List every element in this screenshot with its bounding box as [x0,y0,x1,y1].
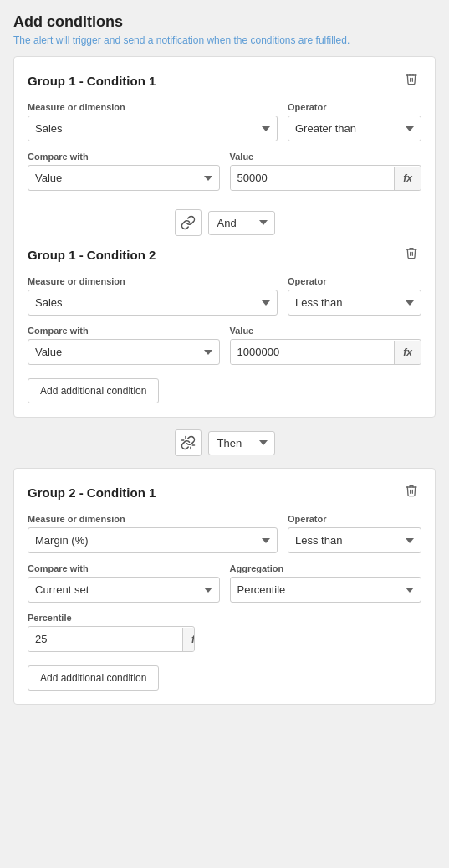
group1-condition1-title: Group 1 - Condition 1 [28,74,156,88]
group1-cond2-measure-select[interactable]: Sales [28,290,278,316]
group1-cond1-compare-label: Compare with [28,152,220,162]
group2-cond1-percentile-wrap: fx [28,626,195,652]
group2-cond1-aggregation-group: Aggregation Percentile Average Sum [230,563,422,603]
group1-cond1-measure-select[interactable]: Sales [28,116,278,141]
group2-cond1-aggregation-label: Aggregation [230,563,422,573]
group1-cond2-compare-group: Compare with Value [28,326,220,365]
group2-cond1-percentile-input[interactable] [28,627,182,651]
group1-cond1-value-group: Value fx [230,152,422,191]
group1-cond2-operator-select[interactable]: Greater than Less than Equal to [288,290,421,316]
group2-cond1-measure-group: Measure or dimension Margin (%) [28,514,278,553]
group1-cond2-value-input[interactable] [231,340,395,364]
between-groups-select[interactable]: And Or Then [208,431,275,455]
group1-cond2-measure-label: Measure or dimension [28,276,278,286]
group2-cond1-fx-button[interactable]: fx [182,628,195,651]
group1-cond2-operator-group: Operator Greater than Less than Equal to [288,276,421,316]
group1-cond2-row1: Measure or dimension Sales Operator Grea… [28,276,421,316]
page-title: Add conditions [13,13,436,31]
group1-card: Group 1 - Condition 1 Measure or dimensi… [13,56,436,418]
group2-cond1-operator-select[interactable]: Greater than Less than Equal to [288,527,421,553]
group1-cond2-value-group: Value fx [230,326,422,365]
group1-cond2-compare-label: Compare with [28,326,220,336]
group1-condition2-header: Group 1 - Condition 2 [28,244,421,265]
group1-cond1-compare-group: Compare with Value [28,152,220,191]
group1-cond2-value-label: Value [230,326,422,336]
group1-cond2-compare-select[interactable]: Value [28,339,220,365]
group2-card: Group 2 - Condition 1 Measure or dimensi… [13,468,436,705]
group1-cond1-operator-group: Operator Greater than Less than Equal to [288,102,421,141]
group1-cond1-fx-button[interactable]: fx [394,167,421,190]
group1-cond1-measure-group: Measure or dimension Sales [28,102,278,141]
group1-cond1-operator-select[interactable]: Greater than Less than Equal to [288,116,421,141]
group2-condition1-header: Group 2 - Condition 1 [28,482,421,502]
group2-cond1-row3: Percentile fx [28,613,421,652]
group1-cond1-value-label: Value [230,152,422,162]
group1-connector-row: And Or [28,201,421,244]
group2-add-condition-button[interactable]: Add additional condition [28,665,159,691]
group1-cond1-measure-label: Measure or dimension [28,102,278,112]
group2-cond1-percentile-group: Percentile fx [28,613,195,652]
group1-cond2-fx-button[interactable]: fx [394,341,421,364]
group2-condition1-title: Group 2 - Condition 1 [28,485,156,500]
group2-cond1-operator-group: Operator Greater than Less than Equal to [288,514,421,553]
group1-condition1-header: Group 1 - Condition 1 [28,70,421,90]
group1-cond2-value-wrap: fx [230,339,422,365]
delete-group1-condition1-button[interactable] [401,70,421,90]
delete-group2-condition1-button[interactable] [401,482,421,502]
group2-cond1-row2: Compare with Current set Value Aggregati… [28,563,421,603]
group2-cond1-compare-group: Compare with Current set Value [28,563,220,603]
group1-cond2-measure-group: Measure or dimension Sales [28,276,278,316]
page-subtitle: The alert will trigger and send a notifi… [13,34,436,46]
group2-cond1-row1: Measure or dimension Margin (%) Operator… [28,514,421,553]
group1-connector-select[interactable]: And Or [208,211,275,235]
group1-cond1-value-input[interactable] [231,166,395,190]
group2-cond1-compare-select[interactable]: Current set Value [28,577,220,603]
group2-cond1-percentile-label: Percentile [28,613,195,623]
group1-cond1-row1: Measure or dimension Sales Operator Grea… [28,102,421,141]
between-groups-connector: And Or Then [13,418,436,468]
group1-cond2-operator-label: Operator [288,276,421,286]
group1-cond1-operator-label: Operator [288,102,421,112]
delete-group1-condition2-button[interactable] [401,244,421,265]
group2-cond1-measure-select[interactable]: Margin (%) [28,527,278,553]
group2-cond1-aggregation-select[interactable]: Percentile Average Sum [230,577,422,603]
group1-cond2-row2: Compare with Value Value fx [28,326,421,365]
broken-link-icon[interactable] [175,429,202,456]
group2-cond1-measure-label: Measure or dimension [28,514,278,524]
group1-condition2-title: Group 1 - Condition 2 [28,248,156,262]
group1-add-condition-button[interactable]: Add additional condition [28,378,159,403]
group1-cond1-row2: Compare with Value Value fx [28,152,421,191]
group1-cond1-value-wrap: fx [230,165,422,191]
group2-cond1-operator-label: Operator [288,514,421,524]
group1-cond1-compare-select[interactable]: Value [28,165,220,191]
group1-link-icon[interactable] [175,209,202,236]
group2-cond1-compare-label: Compare with [28,563,220,573]
